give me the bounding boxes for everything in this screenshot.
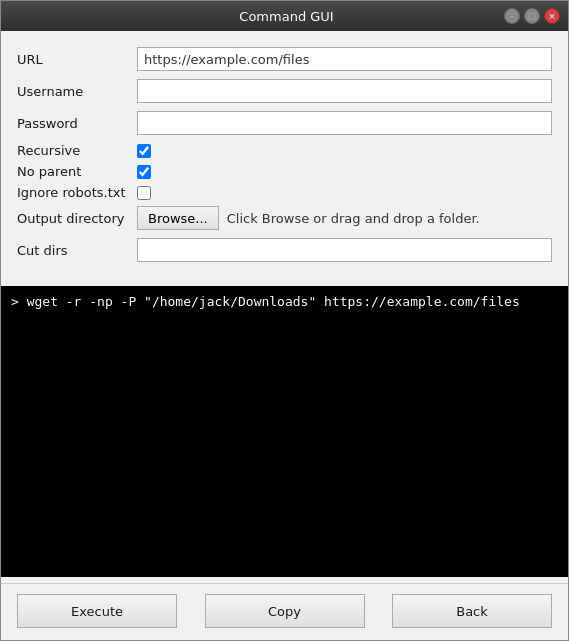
cut-dirs-input[interactable]	[137, 238, 552, 262]
main-window: Command GUI – □ × URL Username Password …	[0, 0, 569, 641]
password-label: Password	[17, 116, 137, 131]
username-row: Username	[17, 79, 552, 103]
recursive-row: Recursive	[17, 143, 552, 158]
url-row: URL	[17, 47, 552, 71]
close-button[interactable]: ×	[544, 8, 560, 24]
no-parent-row: No parent	[17, 164, 552, 179]
back-button[interactable]: Back	[392, 594, 552, 628]
titlebar-buttons: – □ ×	[504, 8, 560, 24]
terminal-output: > wget -r -np -P "/home/jack/Downloads" …	[11, 294, 520, 309]
cut-dirs-row: Cut dirs	[17, 238, 552, 262]
maximize-button[interactable]: □	[524, 8, 540, 24]
form-area: URL Username Password Recursive No paren…	[1, 31, 568, 280]
window-title: Command GUI	[69, 9, 504, 24]
url-label: URL	[17, 52, 137, 67]
password-input[interactable]	[137, 111, 552, 135]
ignore-robots-label: Ignore robots.txt	[17, 185, 137, 200]
ignore-robots-row: Ignore robots.txt	[17, 185, 552, 200]
output-dir-label: Output directory	[17, 211, 137, 226]
cut-dirs-label: Cut dirs	[17, 243, 137, 258]
browse-hint: Click Browse or drag and drop a folder.	[227, 211, 480, 226]
url-input[interactable]	[137, 47, 552, 71]
execute-button[interactable]: Execute	[17, 594, 177, 628]
no-parent-checkbox[interactable]	[137, 165, 151, 179]
no-parent-label: No parent	[17, 164, 137, 179]
recursive-checkbox[interactable]	[137, 144, 151, 158]
password-row: Password	[17, 111, 552, 135]
copy-button[interactable]: Copy	[205, 594, 365, 628]
username-input[interactable]	[137, 79, 552, 103]
minimize-button[interactable]: –	[504, 8, 520, 24]
username-label: Username	[17, 84, 137, 99]
bottom-buttons: Execute Copy Back	[1, 583, 568, 640]
titlebar: Command GUI – □ ×	[1, 1, 568, 31]
browse-button[interactable]: Browse...	[137, 206, 219, 230]
recursive-label: Recursive	[17, 143, 137, 158]
terminal-area: > wget -r -np -P "/home/jack/Downloads" …	[1, 286, 568, 577]
ignore-robots-checkbox[interactable]	[137, 186, 151, 200]
output-dir-row: Output directory Browse... Click Browse …	[17, 206, 552, 230]
